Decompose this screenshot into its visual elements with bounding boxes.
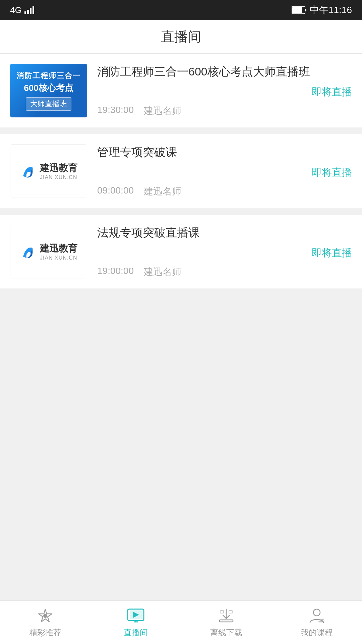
card2-thumbnail: 建迅教育 JIAN XUN.CN bbox=[10, 144, 87, 198]
svg-rect-3 bbox=[33, 6, 34, 14]
svg-rect-5 bbox=[305, 9, 306, 11]
jianxun-logo-2: 建迅教育 JIAN XUN.CN bbox=[20, 162, 77, 180]
nav-item-live[interactable]: 直播间 bbox=[90, 607, 181, 638]
nav-item-mycourse[interactable]: 我的课程 bbox=[272, 607, 362, 638]
card3-time: 19:00:00 bbox=[97, 266, 134, 278]
offline-icon bbox=[218, 607, 235, 625]
card3-meta: 19:00:00 建迅名师 bbox=[97, 266, 352, 278]
card3-thumbnail: 建迅教育 JIAN XUN.CN bbox=[10, 225, 87, 278]
svg-rect-14 bbox=[220, 620, 233, 622]
card1-info: 消防工程师三合一600核心考点大师直播班 即将直播 19:30:00 建迅名师 bbox=[97, 64, 352, 117]
svg-rect-0 bbox=[24, 11, 26, 14]
nav-label-mycourse: 我的课程 bbox=[301, 627, 333, 638]
bottom-nav: 精彩推荐 直播间 离线下载 bbox=[0, 600, 362, 644]
card3-title: 法规专项突破直播课 bbox=[97, 225, 352, 241]
card2-info: 管理专项突破课 即将直播 09:00:00 建迅名师 bbox=[97, 144, 352, 198]
card2-time: 09:00:00 bbox=[97, 185, 134, 198]
card2-status: 即将直播 bbox=[312, 166, 352, 179]
status-right: 中午11:16 bbox=[292, 4, 352, 16]
time-display: 中午11:16 bbox=[310, 4, 352, 16]
jianxun-en-2: JIAN XUN.CN bbox=[40, 174, 77, 180]
jianxun-logo-3: 建迅教育 JIAN XUN.CN bbox=[20, 242, 77, 261]
card2-title: 管理专项突破课 bbox=[97, 144, 352, 160]
status-bar: 4G 中午11:16 bbox=[0, 0, 362, 20]
card1-teacher: 建迅名师 bbox=[144, 105, 181, 117]
svg-rect-2 bbox=[30, 8, 32, 14]
card3-thumbnail-inner: 建迅教育 JIAN XUN.CN bbox=[10, 225, 87, 278]
card2-meta: 09:00:00 建迅名师 bbox=[97, 185, 352, 198]
nav-label-live: 直播间 bbox=[124, 627, 148, 638]
content-area: 消防工程师三合一 600核心考点 大师直播班 消防工程师三合一600核心考点大师… bbox=[0, 54, 362, 288]
svg-point-8 bbox=[43, 614, 47, 618]
jianxun-cn-3: 建迅教育 bbox=[40, 242, 77, 255]
jianxun-logo-icon-3 bbox=[20, 243, 37, 260]
svg-rect-16 bbox=[229, 610, 232, 613]
svg-rect-1 bbox=[27, 10, 29, 14]
svg-rect-15 bbox=[220, 610, 224, 613]
thumb-line1: 消防工程师三合一 bbox=[16, 71, 81, 81]
battery-icon bbox=[292, 6, 306, 14]
live-icon bbox=[127, 607, 144, 625]
card1-status: 即将直播 bbox=[312, 85, 352, 99]
card1-title: 消防工程师三合一600核心考点大师直播班 bbox=[97, 64, 352, 80]
featured-icon bbox=[37, 607, 54, 625]
signal-icon bbox=[24, 6, 35, 14]
card3-status: 即将直播 bbox=[312, 246, 352, 260]
thumb-line3: 大师直播班 bbox=[26, 97, 71, 111]
card1-thumbnail-inner: 消防工程师三合一 600核心考点 大师直播班 bbox=[10, 64, 87, 117]
nav-label-offline: 离线下载 bbox=[210, 627, 242, 638]
nav-item-featured[interactable]: 精彩推荐 bbox=[0, 607, 90, 638]
live-card-3[interactable]: 建迅教育 JIAN XUN.CN 法规专项突破直播课 即将直播 19:00:00… bbox=[0, 215, 362, 288]
live-card-2[interactable]: 建迅教育 JIAN XUN.CN 管理专项突破课 即将直播 09:00:00 建… bbox=[0, 134, 362, 208]
thumb-line2: 600核心考点 bbox=[24, 82, 73, 94]
mycourse-icon bbox=[308, 607, 325, 625]
card3-info: 法规专项突破直播课 即将直播 19:00:00 建迅名师 bbox=[97, 225, 352, 278]
jianxun-cn-2: 建迅教育 bbox=[40, 162, 77, 174]
status-signal: 4G bbox=[10, 5, 35, 15]
card1-time: 19:30:00 bbox=[97, 105, 134, 117]
page-title: 直播间 bbox=[161, 28, 201, 46]
nav-label-featured: 精彩推荐 bbox=[29, 627, 61, 638]
svg-point-17 bbox=[313, 609, 320, 616]
live-card-1[interactable]: 消防工程师三合一 600核心考点 大师直播班 消防工程师三合一600核心考点大师… bbox=[0, 54, 362, 127]
page-header: 直播间 bbox=[0, 20, 362, 54]
jianxun-logo-icon-2 bbox=[20, 163, 37, 179]
card1-meta: 19:30:00 建迅名师 bbox=[97, 105, 352, 117]
card2-thumbnail-inner: 建迅教育 JIAN XUN.CN bbox=[10, 144, 87, 198]
svg-rect-6 bbox=[292, 7, 302, 13]
nav-item-offline[interactable]: 离线下载 bbox=[181, 607, 272, 638]
card1-thumbnail: 消防工程师三合一 600核心考点 大师直播班 bbox=[10, 64, 87, 117]
jianxun-en-3: JIAN XUN.CN bbox=[40, 255, 77, 261]
card3-teacher: 建迅名师 bbox=[144, 266, 181, 278]
card2-teacher: 建迅名师 bbox=[144, 185, 181, 198]
signal-text: 4G bbox=[10, 5, 22, 15]
